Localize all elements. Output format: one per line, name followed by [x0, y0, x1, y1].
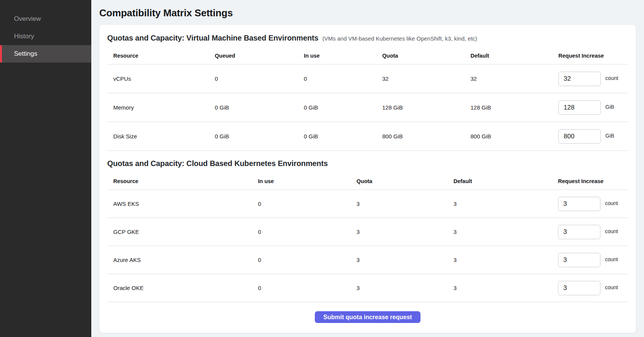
resource-name: Disk Size	[107, 133, 215, 140]
resource-name: vCPUs	[107, 75, 215, 82]
oracle-oke-request-input[interactable]	[558, 281, 600, 295]
sidebar-item-label: History	[14, 33, 34, 40]
request-increase-cell: count	[558, 225, 628, 239]
table-row-gcp-gke: GCP GKE 0 3 3 count	[107, 218, 628, 246]
gcp-gke-request-input[interactable]	[558, 225, 600, 239]
disk-size-request-input[interactable]	[558, 129, 601, 144]
cloud-section-header: Quotas and Capacity: Cloud Based Kuberne…	[107, 159, 628, 168]
default-value: 128 GiB	[470, 104, 558, 111]
in-use-value: 0	[258, 285, 356, 291]
column-header-default: Default	[470, 53, 558, 59]
queued-value: 0 GiB	[215, 104, 304, 111]
unit-label: GiB	[605, 104, 614, 110]
resource-name: GCP GKE	[107, 229, 258, 235]
default-value: 800 GiB	[470, 133, 558, 140]
default-value: 3	[453, 201, 558, 207]
request-increase-cell: GiB	[558, 129, 628, 144]
settings-card: Quotas and Capacity: Virtual Machine Bas…	[99, 24, 636, 333]
column-header-resource: Resource	[107, 178, 258, 184]
quota-value: 32	[382, 75, 470, 82]
request-increase-cell: count	[558, 253, 628, 267]
column-header-request-increase: Request Increase	[558, 53, 628, 59]
default-value: 3	[453, 257, 558, 263]
default-value: 3	[453, 285, 558, 291]
column-header-quota: Quota	[382, 53, 470, 59]
in-use-value: 0	[258, 257, 356, 263]
in-use-value: 0	[258, 201, 356, 207]
main-content: Compatibility Matrix Settings Quotas and…	[91, 0, 644, 337]
quota-value: 128 GiB	[382, 104, 470, 111]
cloud-quota-table: Resource In use Quota Default Request In…	[107, 172, 628, 302]
vm-table-header-row: Resource Queued In use Quota Default Req…	[107, 47, 628, 64]
queued-value: 0	[215, 75, 304, 82]
request-increase-cell: count	[558, 197, 628, 211]
table-row-oracle-oke: Oracle OKE 0 3 3 count	[107, 274, 628, 302]
request-increase-cell: count	[558, 72, 628, 86]
resource-name: Azure AKS	[107, 257, 258, 263]
quota-value: 800 GiB	[382, 133, 470, 140]
memory-request-input[interactable]	[558, 100, 601, 115]
in-use-value: 0 GiB	[304, 133, 382, 140]
quota-value: 3	[356, 285, 453, 291]
column-header-in-use: In use	[304, 53, 382, 59]
default-value: 32	[470, 75, 558, 82]
sidebar-item-label: Settings	[14, 50, 37, 58]
vm-section-header: Quotas and Capacity: Virtual Machine Bas…	[107, 34, 628, 42]
in-use-value: 0	[258, 229, 356, 235]
quota-value: 3	[356, 201, 453, 207]
column-header-request-increase: Request Increase	[558, 178, 628, 184]
quota-value: 3	[356, 229, 453, 235]
column-header-resource: Resource	[107, 53, 215, 59]
azure-aks-request-input[interactable]	[558, 253, 600, 267]
unit-label: count	[605, 228, 618, 234]
resource-name: Memory	[107, 104, 215, 111]
column-header-in-use: In use	[258, 178, 356, 184]
vm-quota-table: Resource Queued In use Quota Default Req…	[107, 47, 628, 151]
page-title: Compatibility Matrix Settings	[99, 7, 636, 19]
column-header-quota: Quota	[356, 178, 453, 184]
unit-label: count	[605, 256, 618, 262]
table-row-aws-eks: AWS EKS 0 3 3 count	[107, 190, 628, 218]
unit-label: GiB	[605, 133, 614, 139]
submit-row: Submit quota increase request	[107, 311, 628, 323]
vm-section-subtitle: (VMs and VM-based Kubernetes like OpenSh…	[322, 35, 477, 42]
quota-value: 3	[356, 257, 453, 263]
in-use-value: 0	[304, 75, 382, 82]
sidebar-item-label: Overview	[14, 15, 41, 23]
default-value: 3	[453, 229, 558, 235]
vcpus-request-input[interactable]	[558, 72, 601, 86]
sidebar-item-settings[interactable]: Settings	[0, 45, 91, 63]
table-row-memory: Memory 0 GiB 0 GiB 128 GiB 128 GiB GiB	[107, 93, 628, 122]
resource-name: AWS EKS	[107, 201, 258, 207]
resource-name: Oracle OKE	[107, 285, 258, 291]
unit-label: count	[605, 75, 618, 81]
request-increase-cell: GiB	[558, 100, 628, 115]
cloud-section-title: Quotas and Capacity: Cloud Based Kuberne…	[107, 159, 328, 168]
unit-label: count	[605, 284, 618, 290]
table-row-vcpus: vCPUs 0 0 32 32 count	[107, 64, 628, 93]
column-header-default: Default	[453, 178, 558, 184]
sidebar-item-history[interactable]: History	[0, 28, 91, 45]
sidebar: Overview History Settings	[0, 0, 91, 337]
aws-eks-request-input[interactable]	[558, 197, 600, 211]
table-row-disk-size: Disk Size 0 GiB 0 GiB 800 GiB 800 GiB Gi…	[107, 122, 628, 151]
column-header-queued: Queued	[215, 53, 304, 59]
cloud-table-header-row: Resource In use Quota Default Request In…	[107, 172, 628, 190]
vm-section-title: Quotas and Capacity: Virtual Machine Bas…	[107, 34, 319, 42]
sidebar-item-overview[interactable]: Overview	[0, 10, 91, 28]
submit-quota-increase-button[interactable]: Submit quota increase request	[315, 311, 421, 323]
table-row-azure-aks: Azure AKS 0 3 3 count	[107, 246, 628, 274]
in-use-value: 0 GiB	[304, 104, 382, 111]
unit-label: count	[605, 200, 618, 206]
queued-value: 0 GiB	[215, 133, 304, 140]
request-increase-cell: count	[558, 281, 628, 295]
